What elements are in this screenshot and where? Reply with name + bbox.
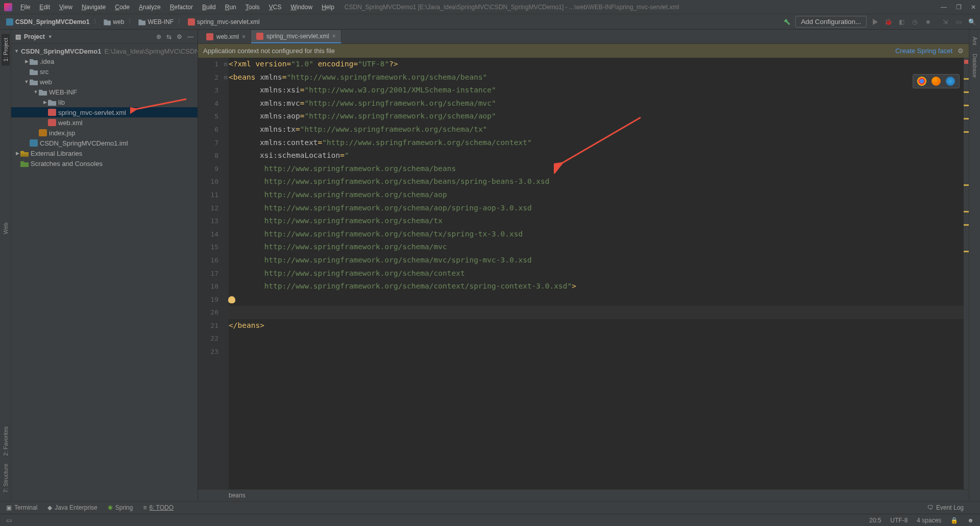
tree-item[interactable]: index.jsp bbox=[11, 128, 198, 138]
tree-arrow-icon[interactable]: ▶ bbox=[42, 100, 48, 105]
menu-refactor[interactable]: Refactor bbox=[166, 3, 197, 12]
update-project-icon[interactable]: ⇲ bbox=[941, 18, 949, 26]
menu-help[interactable]: Help bbox=[317, 3, 338, 12]
locate-icon[interactable]: ⊕ bbox=[156, 33, 161, 40]
menu-run[interactable]: Run bbox=[221, 3, 240, 12]
intention-bulb-icon[interactable] bbox=[228, 296, 235, 303]
breadcrumb-item[interactable]: CSDN_SpringMVCDemo1 bbox=[4, 17, 91, 27]
warning-marker[interactable] bbox=[964, 105, 969, 106]
code-editor[interactable]: 1234567891011121314151617181920212223 ⊟⊟… bbox=[198, 58, 969, 489]
java-ee-tab[interactable]: ◆Java Enterprise bbox=[47, 504, 97, 511]
database-tool-tab[interactable]: Database bbox=[971, 50, 979, 82]
warning-marker[interactable] bbox=[964, 91, 969, 93]
editor-tab[interactable]: web.xml× bbox=[201, 30, 251, 43]
search-icon[interactable]: 🔍 bbox=[968, 18, 976, 26]
inspector-icon[interactable]: ☻ bbox=[967, 517, 974, 524]
favorites-tool-tab[interactable]: 2: Favorites bbox=[2, 422, 10, 460]
firefox-icon[interactable] bbox=[932, 77, 941, 86]
menu-vcs[interactable]: VCS bbox=[265, 3, 286, 12]
tab-close-icon[interactable]: × bbox=[332, 33, 336, 40]
error-stripe[interactable] bbox=[964, 58, 969, 489]
breadcrumb-path[interactable]: beans bbox=[229, 492, 246, 499]
structure-tool-tab[interactable]: 7: Structure bbox=[2, 460, 10, 497]
search-everywhere-icon[interactable]: ▭ bbox=[954, 18, 963, 26]
tree-arrow-icon[interactable]: ▶ bbox=[14, 151, 20, 156]
menu-view[interactable]: View bbox=[55, 3, 77, 12]
tab-close-icon[interactable]: × bbox=[242, 33, 246, 40]
breadcrumb-item[interactable]: WEB-INF bbox=[136, 17, 176, 27]
menu-edit[interactable]: Edit bbox=[35, 3, 54, 12]
todo-tab[interactable]: ≡6: TODO bbox=[143, 504, 174, 511]
menu-code[interactable]: Code bbox=[111, 3, 134, 12]
maximize-icon[interactable]: ❐ bbox=[956, 4, 962, 11]
breadcrumb-item[interactable]: web bbox=[102, 17, 126, 27]
tree-arrow-icon[interactable]: ▼ bbox=[14, 49, 19, 54]
lock-icon[interactable]: 🔒 bbox=[950, 517, 958, 524]
menu-build[interactable]: Build bbox=[198, 3, 220, 12]
warning-marker[interactable] bbox=[964, 211, 969, 212]
code-content[interactable]: <?xml version="1.0" encoding="UTF-8"?><b… bbox=[229, 58, 964, 489]
ie-icon[interactable] bbox=[946, 77, 955, 86]
warning-marker[interactable] bbox=[964, 184, 969, 186]
notice-gear-icon[interactable]: ⚙ bbox=[958, 47, 964, 55]
editor-tab[interactable]: spring_mvc-servlet.xml× bbox=[251, 30, 341, 43]
tree-label: External Libraries bbox=[31, 150, 82, 157]
tree-item[interactable]: CSDN_SpringMVCDemo1.iml bbox=[11, 138, 198, 148]
tree-item[interactable]: Scratches and Consoles bbox=[11, 158, 198, 169]
coverage-icon[interactable]: ◧ bbox=[897, 18, 905, 26]
code-breadcrumb[interactable]: beans bbox=[198, 489, 969, 501]
menu-tools[interactable]: Tools bbox=[241, 3, 264, 12]
project-tool-tab[interactable]: 1: Project bbox=[2, 34, 10, 65]
expand-icon[interactable]: ⇆ bbox=[166, 33, 172, 40]
create-facet-link[interactable]: Create Spring facet bbox=[895, 47, 952, 55]
tree-item[interactable]: ▼WEB-INF bbox=[11, 87, 198, 97]
indent-setting[interactable]: 4 spaces bbox=[917, 517, 941, 524]
tree-item[interactable]: ▶.idea bbox=[11, 56, 198, 66]
warning-marker[interactable] bbox=[964, 224, 969, 226]
spring-tab[interactable]: ❀Spring bbox=[108, 504, 133, 511]
debug-icon[interactable]: 🐞 bbox=[884, 18, 892, 26]
menu-navigate[interactable]: Navigate bbox=[78, 3, 110, 12]
sidebar-title[interactable]: Project bbox=[24, 33, 45, 40]
tree-item[interactable]: ▶External Libraries bbox=[11, 148, 198, 158]
error-marker[interactable] bbox=[964, 60, 968, 64]
tree-item[interactable]: spring_mvc-servlet.xml bbox=[11, 107, 198, 117]
minimize-icon[interactable]: — bbox=[941, 4, 947, 11]
tree-item[interactable]: ▼web bbox=[11, 77, 198, 87]
caret-position[interactable]: 20:5 bbox=[869, 517, 881, 524]
web-tool-tab[interactable]: Web bbox=[2, 219, 10, 238]
chrome-icon[interactable] bbox=[917, 77, 926, 86]
add-configuration-button[interactable]: Add Configuration... bbox=[795, 16, 867, 28]
warning-marker[interactable] bbox=[964, 251, 969, 252]
menu-analyze[interactable]: Analyze bbox=[135, 3, 165, 12]
tree-arrow-icon[interactable]: ▼ bbox=[33, 89, 39, 94]
profile-icon[interactable]: ◷ bbox=[911, 18, 919, 26]
ant-tool-tab[interactable]: Ant bbox=[971, 33, 979, 50]
menu-file[interactable]: File bbox=[16, 3, 34, 12]
run-icon[interactable] bbox=[871, 18, 879, 26]
warning-marker[interactable] bbox=[964, 131, 969, 133]
status-menu-icon[interactable]: ▭ bbox=[6, 517, 12, 524]
editor-area: web.xml×spring_mvc-servlet.xml× Applicat… bbox=[198, 30, 969, 501]
tree-item[interactable]: ▼CSDN_SpringMVCDemo1E:\Java_Idea\SpringM… bbox=[11, 46, 198, 56]
tree-item[interactable]: web.xml bbox=[11, 117, 198, 128]
project-tree[interactable]: ▼CSDN_SpringMVCDemo1E:\Java_Idea\SpringM… bbox=[11, 44, 198, 501]
build-icon[interactable] bbox=[783, 18, 791, 26]
tree-item[interactable]: ▶lib bbox=[11, 97, 198, 107]
warning-marker[interactable] bbox=[964, 78, 969, 80]
stop-icon[interactable]: ■ bbox=[924, 18, 932, 26]
menu-window[interactable]: Window bbox=[286, 3, 316, 12]
tree-item[interactable]: src bbox=[11, 66, 198, 77]
close-icon[interactable]: ✕ bbox=[971, 4, 976, 11]
warning-marker[interactable] bbox=[964, 118, 969, 119]
dropdown-icon[interactable]: ▼ bbox=[48, 34, 53, 39]
fold-gutter[interactable]: ⊟⊟ bbox=[223, 58, 229, 489]
file-encoding[interactable]: UTF-8 bbox=[890, 517, 908, 524]
event-log-tab[interactable]: 🗨Event Log bbox=[927, 504, 964, 511]
tree-arrow-icon[interactable]: ▶ bbox=[23, 59, 30, 64]
breadcrumb-item[interactable]: spring_mvc-servlet.xml bbox=[186, 17, 262, 27]
gear-icon[interactable]: ⚙ bbox=[177, 33, 182, 40]
hide-icon[interactable]: — bbox=[187, 33, 193, 40]
terminal-tab[interactable]: ▣Terminal bbox=[6, 504, 37, 511]
tree-arrow-icon[interactable]: ▼ bbox=[23, 79, 30, 84]
